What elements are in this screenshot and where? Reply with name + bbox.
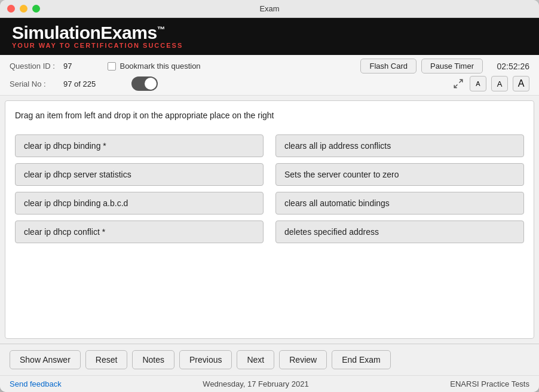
previous-button[interactable]: Previous: [179, 350, 232, 369]
brand-title: SimulationExams™: [12, 23, 527, 43]
feedback-link[interactable]: Send feedback: [10, 379, 62, 388]
close-button[interactable]: [7, 5, 15, 13]
right-drop-item[interactable]: deletes specified address: [275, 220, 524, 243]
question-instruction: Drag an item from left and drop it on th…: [15, 111, 524, 120]
minimize-button[interactable]: [20, 5, 27, 13]
title-bar: Exam: [0, 0, 539, 18]
font-large-button[interactable]: A: [513, 76, 529, 91]
traffic-lights[interactable]: [7, 5, 40, 13]
theme-toggle[interactable]: [131, 76, 158, 91]
brand-subtitle: YOUR WAY TO CERTIFICATION SUCCESS: [12, 42, 527, 49]
footer: Send feedback Wednesday, 17 February 202…: [0, 375, 539, 392]
reset-button[interactable]: Reset: [85, 350, 128, 369]
svg-line-1: [454, 85, 457, 88]
left-drag-item[interactable]: clear ip dhcp binding *: [15, 134, 264, 157]
left-drag-item[interactable]: clear ip dhcp server statistics: [15, 163, 264, 186]
serial-no-value: 97 of 225: [63, 79, 96, 88]
fullscreen-button[interactable]: [452, 77, 465, 90]
font-medium-button[interactable]: A: [491, 76, 508, 91]
info-bar: Question ID : 97 Bookmark this question …: [0, 55, 539, 96]
toggle-knob: [145, 78, 157, 90]
show-answer-button[interactable]: Show Answer: [10, 350, 81, 369]
right-drop-item[interactable]: clears all ip address conflicts: [275, 134, 524, 157]
next-button[interactable]: Next: [237, 350, 274, 369]
right-drop-item[interactable]: Sets the server counter to zero: [275, 163, 524, 186]
flash-card-button[interactable]: Flash Card: [360, 59, 416, 74]
review-button[interactable]: Review: [279, 350, 327, 369]
left-column: clear ip dhcp binding *clear ip dhcp ser…: [15, 134, 264, 243]
view-controls: A A A: [452, 76, 529, 91]
brand-header: SimulationExams™ YOUR WAY TO CERTIFICATI…: [0, 18, 539, 55]
question-id-label: Question ID :: [10, 62, 63, 71]
bookmark-label: Bookmark this question: [120, 62, 200, 71]
left-drag-item[interactable]: clear ip dhcp binding a.b.c.d: [15, 192, 264, 215]
svg-line-0: [460, 79, 463, 82]
bottom-toolbar: Show Answer Reset Notes Previous Next Re…: [0, 344, 539, 375]
maximize-button[interactable]: [32, 5, 40, 13]
serial-no-label: Serial No :: [10, 79, 63, 88]
right-column: clears all ip address conflictsSets the …: [275, 134, 524, 243]
window-title: Exam: [259, 4, 279, 13]
footer-brand: ENARSI Practice Tests: [450, 379, 529, 388]
question-id-value: 97: [63, 62, 72, 71]
end-exam-button[interactable]: End Exam: [332, 350, 391, 369]
bookmark-checkbox[interactable]: [108, 62, 116, 71]
drag-drop-container: clear ip dhcp binding *clear ip dhcp ser…: [15, 134, 524, 243]
left-drag-item[interactable]: clear ip dhcp conflict *: [15, 220, 264, 243]
font-small-button[interactable]: A: [470, 76, 486, 91]
notes-button[interactable]: Notes: [132, 350, 174, 369]
footer-date: Wednesday, 17 February 2021: [203, 379, 308, 388]
right-drop-item[interactable]: clears all automatic bindings: [275, 192, 524, 215]
timer-display: 02:52:26: [488, 62, 529, 71]
main-content: Drag an item from left and drop it on th…: [5, 100, 534, 339]
bookmark-area: Bookmark this question: [108, 62, 200, 71]
header-controls: Flash Card Pause Timer 02:52:26: [360, 59, 529, 74]
pause-timer-button[interactable]: Pause Timer: [421, 59, 483, 74]
